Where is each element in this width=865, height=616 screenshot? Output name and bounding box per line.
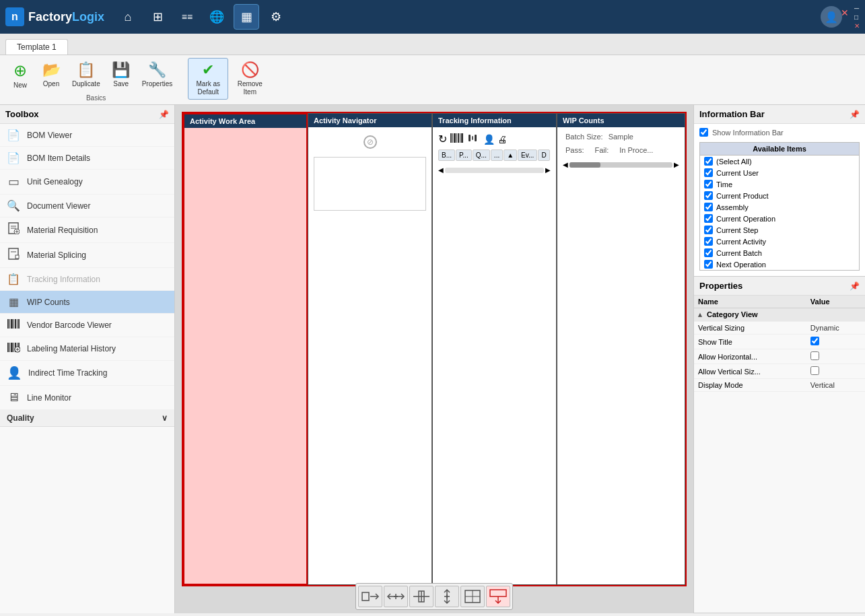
duplicate-button[interactable]: 📋 Duplicate — [67, 58, 105, 92]
time-checkbox[interactable] — [704, 180, 713, 189]
save-icon: 💾 — [112, 61, 130, 79]
toolbox-item-material-splicing[interactable]: Material Splicing — [0, 243, 174, 268]
tracking-scan-icon[interactable] — [467, 133, 481, 145]
tracking-tab-ev[interactable]: Ev... — [518, 149, 537, 161]
current-activity-checkbox[interactable] — [704, 237, 713, 246]
maximize-btn[interactable]: □ — [854, 13, 860, 21]
prop-value-show-title[interactable] — [806, 335, 865, 349]
select-all-checkbox[interactable] — [704, 157, 713, 166]
current-user-checkbox[interactable] — [704, 168, 713, 177]
prop-value-allow-vertical[interactable] — [806, 364, 865, 379]
canvas-row: Activity Work Area Activity Navigator ⊘ — [183, 113, 685, 585]
template-tab[interactable]: Template 1 — [5, 39, 68, 55]
check-item-next-operation[interactable]: Next Operation — [700, 259, 859, 270]
canvas-zoom-h-btn[interactable] — [384, 586, 408, 607]
tracking-user-icon[interactable]: 👤 — [483, 134, 495, 145]
canvas-fit-btn[interactable] — [358, 586, 382, 607]
category-view-label: ▴ Category View — [694, 308, 865, 322]
category-collapse-icon[interactable]: ▴ — [698, 310, 702, 318]
check-item-assembly[interactable]: Assembly — [700, 201, 859, 213]
allow-horizontal-checkbox[interactable] — [810, 351, 819, 360]
tracking-barcode-icon[interactable] — [450, 133, 464, 145]
save-button[interactable]: 💾 Save — [106, 58, 136, 92]
tracking-tab-dots[interactable]: ... — [491, 149, 503, 161]
wip-counts-header: WIP Counts — [557, 114, 685, 127]
activity-navigator-widget[interactable]: Activity Navigator ⊘ — [308, 113, 432, 585]
tracking-scroll-left-icon[interactable]: ◀ — [438, 166, 444, 174]
show-title-checkbox[interactable] — [810, 337, 819, 345]
toolbox-item-vendor-barcode-viewer[interactable]: Vendor Barcode Viewer — [0, 314, 174, 337]
prop-value-display-mode[interactable]: Vertical — [806, 379, 865, 392]
tracking-refresh-icon[interactable]: ↻ — [438, 133, 447, 145]
next-operation-checkbox[interactable] — [704, 260, 713, 269]
current-step-checkbox[interactable] — [704, 226, 713, 234]
toolbox-item-indirect-time-tracking[interactable]: 👤 Indirect Time Tracking — [0, 361, 174, 386]
wip-counts-widget[interactable]: WIP Counts Batch Size: Sample Pass: Fail… — [557, 113, 685, 585]
remove-item-button[interactable]: 🚫 Remove Item — [230, 58, 270, 100]
new-button[interactable]: ⊕ New — [5, 58, 35, 93]
check-item-current-user[interactable]: Current User — [700, 167, 859, 178]
quality-section[interactable]: Quality ∨ — [0, 410, 174, 427]
tracking-information-widget[interactable]: Tracking Information ↻ 👤 🖨 — [432, 113, 557, 585]
toolbox-pin-icon[interactable]: 📌 — [159, 110, 169, 119]
toolbox-item-line-monitor[interactable]: 🖥 Line Monitor — [0, 386, 174, 410]
toolbox-item-bom-item-details[interactable]: 📄 BOM Item Details — [0, 147, 174, 170]
tracking-scroll-right-icon[interactable]: ▶ — [545, 166, 551, 174]
tracking-tab-q[interactable]: Q... — [473, 149, 490, 161]
current-batch-checkbox[interactable] — [704, 248, 713, 257]
toolbox-item-unit-genealogy[interactable]: ▭ Unit Genealogy — [0, 170, 174, 195]
wip-counts-icon: ▦ — [7, 296, 20, 308]
settings-nav-btn[interactable]: ⚙ — [263, 4, 289, 30]
svg-rect-13 — [15, 319, 16, 329]
layers-nav-btn[interactable]: ≡≡ — [174, 4, 200, 30]
tracking-print-icon[interactable]: 🖨 — [497, 134, 507, 145]
close-user-btn[interactable]: ✕ — [841, 7, 849, 18]
mark-default-button[interactable]: ✔ Mark as Default — [188, 58, 228, 100]
canvas-zoom-v-btn[interactable] — [435, 586, 459, 607]
toolbox-item-wip-counts[interactable]: ▦ WIP Counts — [0, 291, 174, 314]
tracking-tab-b[interactable]: B... — [438, 149, 455, 161]
minimize-btn[interactable]: ─ — [854, 5, 860, 12]
toolbox-item-labeling-material-history[interactable]: Labeling Material History — [0, 337, 174, 361]
check-item-current-activity[interactable]: Current Activity — [700, 236, 859, 247]
tracking-tab-p[interactable]: P... — [456, 149, 472, 161]
prop-value-allow-horizontal[interactable] — [806, 349, 865, 364]
canvas-zoom-center-btn[interactable] — [409, 586, 434, 607]
show-info-bar-checkbox[interactable] — [699, 128, 708, 137]
svg-rect-28 — [454, 133, 456, 143]
tracking-tab-up[interactable]: ▲ — [504, 149, 517, 161]
activity-work-area-widget[interactable]: Activity Work Area — [183, 113, 308, 585]
grid-nav-btn[interactable]: ⊞ — [145, 4, 170, 30]
check-item-current-product[interactable]: Current Product — [700, 190, 859, 201]
check-item-time[interactable]: Time — [700, 178, 859, 190]
current-product-checkbox[interactable] — [704, 191, 713, 200]
user-avatar[interactable]: 👤 — [821, 6, 842, 28]
toolbox-item-material-requisition[interactable]: Material Requisition — [0, 217, 174, 243]
wip-scroll-right-icon[interactable]: ▶ — [674, 161, 679, 168]
dashboard-nav-btn[interactable]: ▦ — [234, 4, 259, 30]
assembly-checkbox[interactable] — [704, 203, 713, 211]
check-item-current-step[interactable]: Current Step — [700, 224, 859, 236]
globe-nav-btn[interactable]: 🌐 — [204, 4, 230, 30]
current-operation-checkbox[interactable] — [704, 214, 713, 223]
canvas-area[interactable]: Activity Work Area Activity Navigator ⊘ — [175, 105, 693, 613]
properties-pin-icon[interactable]: 📌 — [850, 281, 860, 291]
prop-value-vertical-sizing[interactable]: Dynamic — [806, 322, 865, 335]
canvas-grid-btn[interactable] — [460, 586, 485, 607]
toolbox-item-tracking-information[interactable]: 📋 Tracking Information — [0, 268, 174, 291]
open-button[interactable]: 📂 Open — [36, 58, 66, 92]
check-item-select-all[interactable]: (Select All) — [700, 156, 859, 167]
check-item-current-batch[interactable]: Current Batch — [700, 247, 859, 259]
wip-scroll-left-icon[interactable]: ◀ — [563, 161, 568, 168]
close-btn[interactable]: ✕ — [854, 22, 860, 30]
home-nav-btn[interactable]: ⌂ — [115, 4, 141, 30]
toolbox-item-bom-viewer[interactable]: 📄 BOM Viewer — [0, 124, 174, 147]
tracking-tab-d[interactable]: D — [538, 149, 549, 161]
allow-vertical-checkbox[interactable] — [810, 366, 819, 375]
check-item-current-operation[interactable]: Current Operation — [700, 213, 859, 224]
info-bar-pin-icon[interactable]: 📌 — [850, 110, 860, 119]
wip-batch-row: Batch Size: Sample — [560, 130, 682, 143]
canvas-snap-btn[interactable] — [486, 586, 510, 607]
properties-button[interactable]: 🔧 Properties — [137, 58, 178, 92]
toolbox-item-document-viewer[interactable]: 🔍 Document Viewer — [0, 195, 174, 217]
